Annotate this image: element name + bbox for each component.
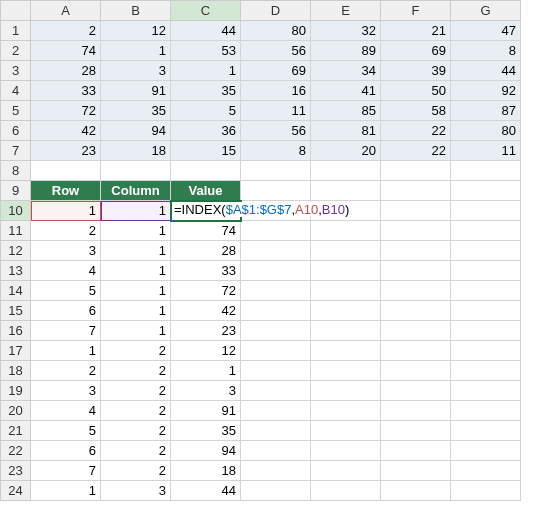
cell[interactable]: 72 — [31, 101, 101, 121]
cell[interactable] — [311, 421, 381, 441]
cell[interactable]: 4 — [31, 261, 101, 281]
cell[interactable]: 69 — [381, 41, 451, 61]
cell[interactable] — [381, 381, 451, 401]
cell[interactable]: 11 — [451, 141, 521, 161]
cell[interactable]: 3 — [31, 241, 101, 261]
cell[interactable] — [451, 441, 521, 461]
col-header-A[interactable]: A — [31, 1, 101, 21]
cell[interactable] — [451, 261, 521, 281]
row-header-2[interactable]: 2 — [1, 41, 31, 61]
cell[interactable]: 1 — [31, 341, 101, 361]
row-header-4[interactable]: 4 — [1, 81, 31, 101]
cell[interactable]: 1 — [101, 281, 171, 301]
cell[interactable] — [311, 161, 381, 181]
row-header-20[interactable]: 20 — [1, 401, 31, 421]
cell[interactable]: 6 — [31, 441, 101, 461]
cell[interactable] — [381, 441, 451, 461]
row-header-11[interactable]: 11 — [1, 221, 31, 241]
cell[interactable] — [311, 301, 381, 321]
cell[interactable]: 50 — [381, 81, 451, 101]
cell[interactable] — [381, 241, 451, 261]
cell[interactable]: 2 — [101, 461, 171, 481]
cell[interactable]: 44 — [171, 21, 241, 41]
cell[interactable]: 91 — [171, 401, 241, 421]
cell[interactable]: 74 — [171, 221, 241, 241]
cell[interactable] — [451, 461, 521, 481]
cell[interactable] — [381, 341, 451, 361]
cell[interactable]: 23 — [171, 321, 241, 341]
cell[interactable] — [311, 381, 381, 401]
cell[interactable]: 34 — [311, 61, 381, 81]
cell[interactable]: 2 — [101, 341, 171, 361]
row-header-5[interactable]: 5 — [1, 101, 31, 121]
cell-C10-formula[interactable]: =INDEX($A$1:$G$7,A10,B10) — [171, 201, 241, 221]
row-header-10[interactable]: 10 — [1, 201, 31, 221]
header-value-label[interactable]: Value — [171, 181, 241, 201]
cell[interactable]: 1 — [31, 481, 101, 501]
cell[interactable]: 4 — [31, 401, 101, 421]
cell[interactable]: 42 — [31, 121, 101, 141]
row-header-19[interactable]: 19 — [1, 381, 31, 401]
cell[interactable] — [241, 181, 311, 201]
row-header-24[interactable]: 24 — [1, 481, 31, 501]
cell[interactable]: 1 — [101, 321, 171, 341]
cell[interactable] — [381, 161, 451, 181]
cell[interactable] — [311, 221, 381, 241]
cell[interactable]: 2 — [101, 421, 171, 441]
cell[interactable] — [241, 421, 311, 441]
row-header-3[interactable]: 3 — [1, 61, 31, 81]
cell[interactable]: 80 — [451, 121, 521, 141]
cell[interactable]: 7 — [31, 461, 101, 481]
cell[interactable]: 5 — [171, 101, 241, 121]
cell[interactable] — [381, 481, 451, 501]
cell[interactable] — [241, 481, 311, 501]
cell[interactable] — [311, 281, 381, 301]
cell[interactable] — [241, 361, 311, 381]
cell[interactable]: 39 — [381, 61, 451, 81]
cell[interactable] — [381, 201, 451, 221]
cell-B10[interactable]: 1 — [101, 201, 171, 221]
cell[interactable] — [381, 181, 451, 201]
row-header-16[interactable]: 16 — [1, 321, 31, 341]
cell[interactable] — [241, 301, 311, 321]
cell[interactable] — [241, 381, 311, 401]
cell[interactable] — [241, 161, 311, 181]
col-header-G[interactable]: G — [451, 1, 521, 21]
cell[interactable]: 16 — [241, 81, 311, 101]
cell[interactable] — [311, 261, 381, 281]
cell[interactable]: 44 — [171, 481, 241, 501]
col-header-C[interactable]: C — [171, 1, 241, 21]
cell[interactable] — [241, 321, 311, 341]
cell[interactable] — [451, 301, 521, 321]
row-header-8[interactable]: 8 — [1, 161, 31, 181]
cell[interactable]: 28 — [171, 241, 241, 261]
cell[interactable]: 2 — [31, 361, 101, 381]
cell[interactable] — [241, 461, 311, 481]
cell[interactable]: 1 — [171, 361, 241, 381]
cell[interactable] — [311, 361, 381, 381]
cell[interactable]: 12 — [101, 21, 171, 41]
cell[interactable]: 3 — [31, 381, 101, 401]
col-header-F[interactable]: F — [381, 1, 451, 21]
cell[interactable] — [311, 481, 381, 501]
cell[interactable] — [381, 301, 451, 321]
cell[interactable]: 33 — [171, 261, 241, 281]
cell[interactable]: 36 — [171, 121, 241, 141]
cell[interactable]: 1 — [101, 41, 171, 61]
cell[interactable] — [241, 341, 311, 361]
cell[interactable] — [381, 281, 451, 301]
cell[interactable]: 7 — [31, 321, 101, 341]
row-header-14[interactable]: 14 — [1, 281, 31, 301]
cell[interactable] — [451, 321, 521, 341]
row-header-22[interactable]: 22 — [1, 441, 31, 461]
cell[interactable]: 1 — [101, 301, 171, 321]
row-header-7[interactable]: 7 — [1, 141, 31, 161]
cell[interactable]: 5 — [31, 281, 101, 301]
row-header-15[interactable]: 15 — [1, 301, 31, 321]
cell[interactable] — [451, 221, 521, 241]
cell[interactable]: 18 — [101, 141, 171, 161]
row-header-21[interactable]: 21 — [1, 421, 31, 441]
cell-A10[interactable]: 1 — [31, 201, 101, 221]
cell[interactable] — [241, 401, 311, 421]
cell[interactable]: 87 — [451, 101, 521, 121]
